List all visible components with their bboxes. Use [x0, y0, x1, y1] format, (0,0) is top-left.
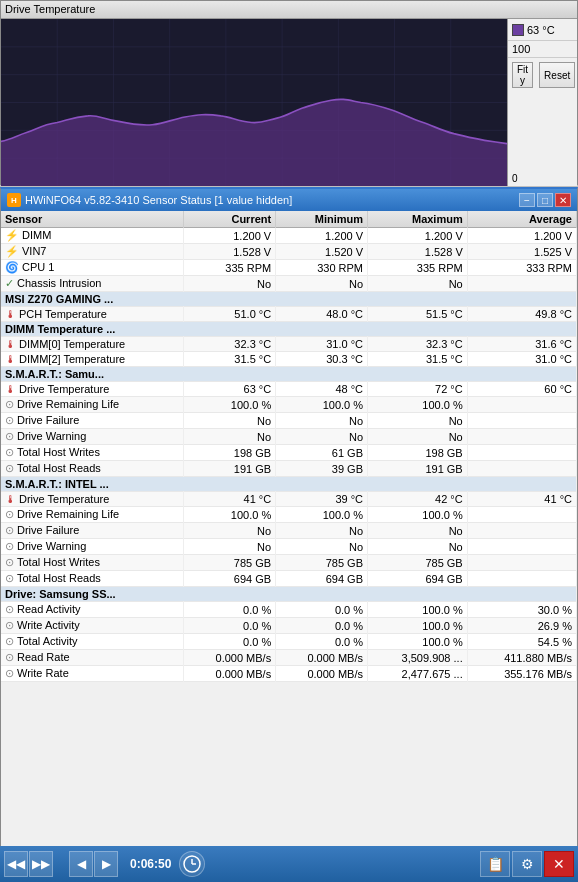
sensor-avg-cell [467, 429, 576, 445]
sensor-max-cell: 1.528 V [368, 244, 468, 260]
sensor-min-cell: 0.000 MB/s [276, 666, 368, 682]
sensor-name-cell: ⊙Total Host Writes [1, 445, 184, 461]
chart-sidebar: 63 °C 100 Fit y Reset 0 [507, 19, 577, 186]
taskbar-right-buttons: 📋 ⚙ ✕ [480, 851, 574, 877]
minimize-button[interactable]: − [519, 193, 535, 207]
sensor-name-cell: ⊙Drive Failure [1, 413, 184, 429]
reset-button[interactable]: Reset [539, 62, 575, 88]
sensor-min-cell: 100.0 % [276, 397, 368, 413]
col-maximum: Maximum [368, 211, 468, 228]
sensor-name-cell: ⚡VIN7 [1, 244, 184, 260]
sensor-max-cell: 100.0 % [368, 602, 468, 618]
sensor-min-cell: 1.520 V [276, 244, 368, 260]
fit-y-button[interactable]: Fit y [512, 62, 533, 88]
table-row: ⊙Read Activity0.0 %0.0 %100.0 %30.0 % [1, 602, 577, 618]
sensor-min-cell: 694 GB [276, 571, 368, 587]
sensor-current-cell: 32.3 °C [184, 337, 276, 352]
section-header-row: Drive: Samsung SS... [1, 587, 577, 602]
taskbar-close-button[interactable]: ✕ [544, 851, 574, 877]
sensor-avg-cell [467, 507, 576, 523]
sensor-avg-cell [467, 555, 576, 571]
sensor-min-cell: No [276, 523, 368, 539]
sensor-name-cell: ⊙Drive Failure [1, 523, 184, 539]
sensor-max-cell: No [368, 539, 468, 555]
nav-prev-button[interactable]: ◀ [69, 851, 93, 877]
sensor-min-cell: 39 °C [276, 492, 368, 507]
sensor-current-cell: 100.0 % [184, 397, 276, 413]
sensor-avg-cell: 31.6 °C [467, 337, 576, 352]
sensor-avg-cell: 41 °C [467, 492, 576, 507]
sensor-min-cell: 61 GB [276, 445, 368, 461]
taskbar-clipboard-button[interactable]: 📋 [480, 851, 510, 877]
table-row: ⚡VIN71.528 V1.520 V1.528 V1.525 V [1, 244, 577, 260]
sensor-name-cell: 🌡DIMM[0] Temperature [1, 337, 184, 352]
taskbar-settings-button[interactable]: ⚙ [512, 851, 542, 877]
sensor-name-cell: ✓Chassis Intrusion [1, 276, 184, 292]
table-row: ⚡DIMM1.200 V1.200 V1.200 V1.200 V [1, 228, 577, 244]
chart-window: Drive Temperature [0, 0, 578, 185]
sensor-current-cell: No [184, 413, 276, 429]
sensor-min-cell: No [276, 413, 368, 429]
table-row: 🌡PCH Temperature51.0 °C48.0 °C51.5 °C49.… [1, 307, 577, 322]
hwinfo-title-left: H HWiNFO64 v5.82-3410 Sensor Status [1 v… [7, 193, 292, 207]
nav-next-button[interactable]: ▶ [94, 851, 118, 877]
sensor-max-cell: 785 GB [368, 555, 468, 571]
sensor-max-cell: 51.5 °C [368, 307, 468, 322]
taskbar-nav2: ◀ ▶ [69, 851, 118, 877]
sensor-name-cell: ⊙Total Host Reads [1, 461, 184, 477]
sensor-current-cell: 0.000 MB/s [184, 666, 276, 682]
maximize-button[interactable]: □ [537, 193, 553, 207]
chart-canvas [1, 19, 507, 186]
sensor-avg-cell: 411.880 MB/s [467, 650, 576, 666]
sensor-min-cell: 100.0 % [276, 507, 368, 523]
sensor-min-cell: No [276, 429, 368, 445]
sensor-min-cell: 0.000 MB/s [276, 650, 368, 666]
table-header-row: Sensor Current Minimum Maximum Average [1, 211, 577, 228]
table-row: ⊙Drive FailureNoNoNo [1, 413, 577, 429]
sensor-name-cell: ⊙Drive Warning [1, 429, 184, 445]
hwinfo-app-icon: H [7, 193, 21, 207]
sensor-min-cell: 48.0 °C [276, 307, 368, 322]
table-row: 🌡DIMM[0] Temperature32.3 °C31.0 °C32.3 °… [1, 337, 577, 352]
close-button[interactable]: ✕ [555, 193, 571, 207]
sensor-avg-cell: 31.0 °C [467, 352, 576, 367]
sensor-name-cell: ⊙Total Host Writes [1, 555, 184, 571]
clock-icon [179, 851, 205, 877]
sensor-current-cell: No [184, 539, 276, 555]
hwinfo-title-bar: H HWiNFO64 v5.82-3410 Sensor Status [1 v… [1, 189, 577, 211]
nav-back-button[interactable]: ◀◀ [4, 851, 28, 877]
table-row: 🌀CPU 1335 RPM330 RPM335 RPM333 RPM [1, 260, 577, 276]
sensor-avg-cell: 26.9 % [467, 618, 576, 634]
taskbar-nav: ◀◀ ▶▶ [4, 851, 53, 877]
sensor-max-cell: No [368, 413, 468, 429]
sensor-current-cell: 694 GB [184, 571, 276, 587]
sensor-max-cell: 100.0 % [368, 397, 468, 413]
sensor-table-container[interactable]: Sensor Current Minimum Maximum Average ⚡… [1, 211, 577, 879]
sensor-current-cell: 0.0 % [184, 634, 276, 650]
col-sensor: Sensor [1, 211, 184, 228]
sensor-name-cell: ⚡DIMM [1, 228, 184, 244]
sensor-avg-cell: 54.5 % [467, 634, 576, 650]
sensor-current-cell: 1.200 V [184, 228, 276, 244]
sensor-avg-cell: 30.0 % [467, 602, 576, 618]
sensor-min-cell: 330 RPM [276, 260, 368, 276]
sensor-max-cell: 100.0 % [368, 634, 468, 650]
sensor-current-cell: No [184, 523, 276, 539]
sensor-min-cell: 0.0 % [276, 602, 368, 618]
sensor-avg-cell: 49.8 °C [467, 307, 576, 322]
sensor-max-cell: 42 °C [368, 492, 468, 507]
sensor-avg-cell [467, 413, 576, 429]
sensor-table: Sensor Current Minimum Maximum Average ⚡… [1, 211, 577, 682]
sensor-name-cell: ⊙Drive Remaining Life [1, 397, 184, 413]
sensor-name-cell: ⊙Drive Remaining Life [1, 507, 184, 523]
nav-forward-button[interactable]: ▶▶ [29, 851, 53, 877]
table-row: 🌡DIMM[2] Temperature31.5 °C30.3 °C31.5 °… [1, 352, 577, 367]
sensor-min-cell: No [276, 539, 368, 555]
table-row: ⊙Total Host Reads694 GB694 GB694 GB [1, 571, 577, 587]
sensor-current-cell: No [184, 429, 276, 445]
sensor-min-cell: 0.0 % [276, 634, 368, 650]
legend-value: 63 °C [527, 24, 555, 36]
section-header-row: MSI Z270 GAMING ... [1, 292, 577, 307]
table-row: ⊙Total Host Reads191 GB39 GB191 GB [1, 461, 577, 477]
sensor-avg-cell: 1.200 V [467, 228, 576, 244]
